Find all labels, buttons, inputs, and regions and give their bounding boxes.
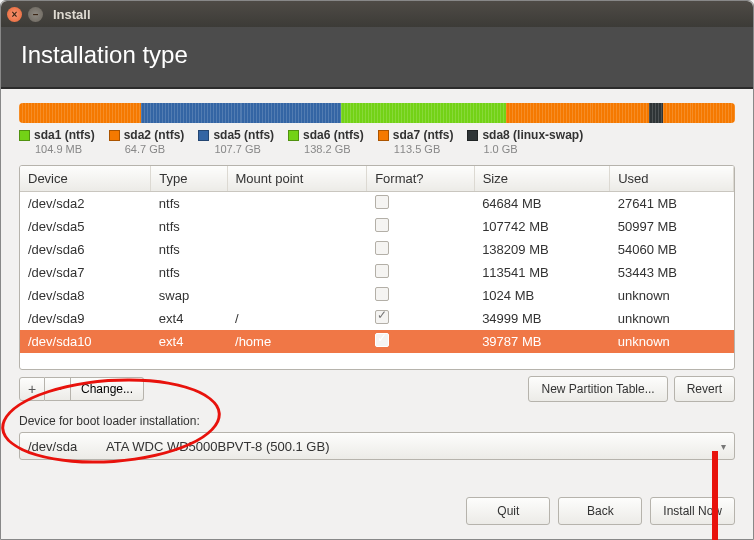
cell-size: 138209 MB [474,238,610,261]
table-row[interactable]: /dev/sda9ext4/34999 MBunknown [20,307,734,330]
column-header[interactable]: Format? [367,166,475,192]
content-area: sda1 (ntfs)104.9 MBsda2 (ntfs)64.7 GBsda… [1,89,753,487]
column-header[interactable]: Size [474,166,610,192]
cell-size: 34999 MB [474,307,610,330]
format-checkbox[interactable] [375,287,389,301]
legend-size: 138.2 GB [304,143,364,156]
format-checkbox[interactable] [375,310,389,324]
cell-type: swap [151,284,227,307]
cell-mount [227,284,367,307]
cell-format[interactable] [367,215,475,238]
table-row[interactable]: /dev/sda8swap1024 MBunknown [20,284,734,307]
legend-item: sda7 (ntfs)113.5 GB [378,129,454,155]
cell-format[interactable] [367,284,475,307]
column-header[interactable]: Type [151,166,227,192]
partition-segment[interactable] [692,103,735,123]
partition-table: DeviceTypeMount pointFormat?SizeUsed /de… [19,165,735,370]
cell-format[interactable] [367,330,475,353]
legend-label: sda5 (ntfs) [213,129,274,143]
cell-format[interactable] [367,261,475,284]
cell-type: ext4 [151,307,227,330]
column-header[interactable]: Device [20,166,151,192]
column-header[interactable]: Mount point [227,166,367,192]
minimize-icon[interactable]: – [28,7,43,22]
legend-swatch [378,130,389,141]
cell-size: 107742 MB [474,215,610,238]
table-row[interactable]: /dev/sda6ntfs138209 MB54060 MB [20,238,734,261]
cell-device: /dev/sda9 [20,307,151,330]
install-now-button[interactable]: Install Now [650,497,735,525]
cell-format[interactable] [367,307,475,330]
remove-partition-button[interactable]: − [45,377,71,401]
cell-size: 1024 MB [474,284,610,307]
table-row[interactable]: /dev/sda7ntfs113541 MB53443 MB [20,261,734,284]
cell-device: /dev/sda6 [20,238,151,261]
cell-mount [227,192,367,216]
column-header[interactable]: Used [610,166,734,192]
format-checkbox[interactable] [375,241,389,255]
cell-size: 64684 MB [474,192,610,216]
legend-swatch [288,130,299,141]
cell-used: unknown [610,307,734,330]
partition-segment[interactable] [663,103,692,123]
legend-swatch [109,130,120,141]
window-title: Install [53,7,91,22]
page-title: Installation type [21,41,733,69]
partition-segment[interactable] [649,103,663,123]
cell-used: 50997 MB [610,215,734,238]
table-row[interactable]: /dev/sda2ntfs64684 MB27641 MB [20,192,734,216]
legend-label: sda2 (ntfs) [124,129,185,143]
legend-swatch [19,130,30,141]
legend-size: 64.7 GB [125,143,185,156]
partition-segment[interactable] [506,103,592,123]
legend-swatch [198,130,209,141]
cell-type: ntfs [151,215,227,238]
legend-label: sda7 (ntfs) [393,129,454,143]
partition-segment[interactable] [470,103,506,123]
install-window: × – Install Installation type sda1 (ntfs… [0,0,754,540]
cell-format[interactable] [367,192,475,216]
format-checkbox[interactable] [375,264,389,278]
close-icon[interactable]: × [7,7,22,22]
back-button[interactable]: Back [558,497,642,525]
add-partition-button[interactable]: + [19,377,45,401]
cell-type: ntfs [151,192,227,216]
bootloader-device-select[interactable]: /dev/sda ATA WDC WD5000BPVT-8 (500.1 GB)… [19,432,735,460]
format-checkbox[interactable] [375,333,389,347]
change-partition-button[interactable]: Change... [71,377,144,401]
cell-mount: / [227,307,367,330]
table-row[interactable]: /dev/sda5ntfs107742 MB50997 MB [20,215,734,238]
partition-segment[interactable] [91,103,141,123]
cell-device: /dev/sda2 [20,192,151,216]
cell-size: 113541 MB [474,261,610,284]
partition-segment[interactable] [592,103,649,123]
dropdown-icon: ▾ [721,441,726,452]
table-row[interactable]: /dev/sda10ext4/home39787 MBunknown [20,330,734,353]
legend-item: sda5 (ntfs)107.7 GB [198,129,274,155]
cell-format[interactable] [367,238,475,261]
partition-segment[interactable] [141,103,241,123]
cell-mount: /home [227,330,367,353]
cell-mount [227,215,367,238]
bootloader-device: /dev/sda [28,439,106,454]
quit-button[interactable]: Quit [466,497,550,525]
legend-item: sda6 (ntfs)138.2 GB [288,129,364,155]
partition-usage-bar [19,103,735,123]
cell-device: /dev/sda10 [20,330,151,353]
legend-label: sda6 (ntfs) [303,129,364,143]
partition-segment[interactable] [19,103,91,123]
bootloader-label: Device for boot loader installation: [19,414,735,428]
format-checkbox[interactable] [375,218,389,232]
new-partition-table-button[interactable]: New Partition Table... [528,376,667,402]
format-checkbox[interactable] [375,195,389,209]
titlebar: × – Install [1,1,753,27]
partition-segment[interactable] [241,103,341,123]
table-toolbar: + − Change... New Partition Table... Rev… [19,376,735,402]
revert-button[interactable]: Revert [674,376,735,402]
partition-legend: sda1 (ntfs)104.9 MBsda2 (ntfs)64.7 GBsda… [19,129,735,155]
cell-device: /dev/sda7 [20,261,151,284]
bootloader-desc: ATA WDC WD5000BPVT-8 (500.1 GB) [106,439,329,454]
partition-segment[interactable] [341,103,470,123]
legend-size: 104.9 MB [35,143,95,156]
page-header: Installation type [1,27,753,89]
